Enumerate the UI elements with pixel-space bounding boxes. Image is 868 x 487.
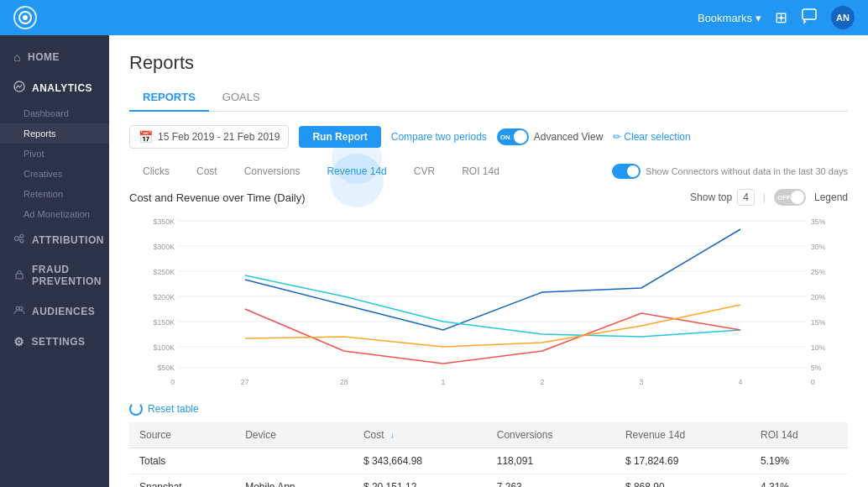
grid-icon[interactable]: ⊞ [775, 8, 787, 27]
svg-text:28: 28 [340, 378, 348, 386]
metric-roi14d[interactable]: ROI 14d [448, 160, 513, 182]
svg-text:February: February [232, 387, 258, 389]
sidebar-sub-pivot[interactable]: Pivot [0, 144, 109, 164]
sidebar-sub-retention[interactable]: Retention [0, 184, 109, 204]
table-row: Totals $ 343,664.98 118,091 $ 17,824.69 … [129, 448, 848, 474]
date-range-picker[interactable]: 📅 15 Feb 2019 - 21 Feb 2019 [129, 125, 289, 149]
svg-text:20%: 20% [811, 293, 826, 301]
sidebar: ⌂ HOME ANALYTICS Dashboard Reports Pivot… [0, 35, 109, 487]
cell-device [235, 448, 353, 474]
user-avatar[interactable]: AN [831, 6, 855, 29]
cell-revenue14d: $ 868.90 [615, 474, 750, 488]
main-layout: ⌂ HOME ANALYTICS Dashboard Reports Pivot… [0, 35, 868, 487]
col-conversions[interactable]: Conversions [487, 422, 615, 448]
svg-text:$150K: $150K [154, 318, 175, 327]
bookmarks-button[interactable]: Bookmarks ▾ [698, 12, 761, 24]
legend-button[interactable]: Legend [814, 191, 848, 203]
app-logo[interactable] [13, 6, 37, 29]
svg-point-1 [23, 15, 28, 20]
col-device[interactable]: Device [235, 422, 353, 448]
metric-tabs: Clicks Cost Conversions Revenue 14d CVR … [129, 160, 612, 182]
metric-clicks[interactable]: Clicks [129, 160, 183, 182]
cell-source: Snapchat [129, 474, 235, 488]
cell-conversions: 7,263 [487, 474, 615, 488]
svg-text:0: 0 [811, 378, 815, 386]
svg-text:$50K: $50K [157, 364, 175, 372]
svg-point-11 [19, 306, 23, 310]
nav-left [13, 6, 37, 29]
metrics-row: Clicks Cost Conversions Revenue 14d CVR … [129, 160, 848, 182]
sidebar-sub-ad-monetization[interactable]: Ad Monetization [0, 204, 109, 224]
svg-text:March: March [434, 387, 452, 389]
chat-icon[interactable] [801, 8, 818, 29]
col-cost[interactable]: Cost ↓ [353, 422, 487, 448]
metric-cvr[interactable]: CVR [400, 160, 448, 182]
svg-text:25%: 25% [811, 268, 826, 276]
col-revenue14d[interactable]: Revenue 14d [615, 422, 750, 448]
metric-conversions[interactable]: Conversions [231, 160, 314, 182]
table-section: Reset table Source Device Cost ↓ Convers… [129, 402, 848, 487]
sort-icon: ↓ [390, 431, 395, 440]
legend-toggle[interactable]: OFF [774, 189, 806, 206]
attribution-icon [13, 233, 25, 247]
cell-roi14d: 5.19% [750, 448, 848, 474]
top-navigation: Bookmarks ▾ ⊞ AN [0, 0, 868, 35]
settings-icon: ⚙ [13, 335, 25, 348]
svg-text:35%: 35% [811, 217, 826, 226]
home-icon: ⌂ [13, 50, 21, 64]
sidebar-item-attribution[interactable]: ATTRIBUTION [0, 224, 109, 255]
nav-right: Bookmarks ▾ ⊞ AN [698, 6, 855, 29]
svg-text:5%: 5% [811, 364, 822, 372]
sidebar-sub-reports[interactable]: Reports [0, 123, 109, 144]
connectors-toggle-knob [627, 165, 639, 177]
advanced-view-label: Advanced View [534, 131, 604, 143]
col-roi14d[interactable]: ROI 14d [750, 422, 848, 448]
svg-text:$350K: $350K [154, 217, 175, 226]
sidebar-sub-creatives[interactable]: Creatives [0, 164, 109, 184]
sidebar-sub-dashboard[interactable]: Dashboard [0, 103, 109, 123]
metric-revenue14d[interactable]: Revenue 14d [313, 160, 400, 182]
tab-reports[interactable]: REPORTS [129, 84, 209, 112]
content-area: Reports REPORTS GOALS 📅 15 Feb 2019 - 21… [109, 35, 868, 487]
cell-revenue14d: $ 17,824.69 [615, 448, 750, 474]
sidebar-item-audiences[interactable]: AUDIENCES [0, 296, 109, 327]
sidebar-item-settings[interactable]: ⚙ SETTINGS [0, 327, 109, 357]
compare-button[interactable]: Compare two periods [391, 131, 487, 143]
sidebar-item-fraud[interactable]: FRAUD PREVENTION [0, 255, 109, 296]
data-table: Source Device Cost ↓ Conversions Revenue… [129, 422, 848, 487]
toolbar: 📅 15 Feb 2019 - 21 Feb 2019 Run Report C… [129, 125, 848, 149]
sidebar-item-home[interactable]: ⌂ HOME [0, 42, 109, 72]
advanced-view-toggle[interactable]: ON [497, 128, 529, 145]
fraud-icon [13, 269, 25, 283]
toggle-off-knob [791, 191, 804, 204]
cell-device: Mobile App [235, 474, 353, 488]
svg-text:1: 1 [441, 378, 445, 386]
metric-cost[interactable]: Cost [183, 160, 231, 182]
chevron-down-icon: ▾ [756, 12, 761, 24]
chart-section: Cost and Revenue over Time (Daily) Show … [129, 189, 848, 389]
chart-container: $350K $300K $250K $200K $150K $100K $50K… [129, 212, 848, 389]
sidebar-item-analytics[interactable]: ANALYTICS [0, 72, 109, 103]
off-label: OFF [777, 194, 791, 202]
chart-title: Cost and Revenue over Time (Daily) [129, 191, 306, 204]
svg-text:0: 0 [170, 378, 175, 386]
col-source[interactable]: Source [129, 422, 235, 448]
cell-roi14d: 4.31% [750, 474, 848, 488]
connectors-toggle-group: Show Connectors without data in the last… [612, 164, 848, 179]
svg-text:$200K: $200K [154, 293, 175, 301]
svg-text:$250K: $250K [154, 268, 175, 276]
connectors-toggle[interactable] [612, 164, 641, 179]
svg-text:$100K: $100K [154, 343, 175, 352]
table-header-row: Reset table [129, 402, 848, 416]
show-top-number[interactable]: 4 [737, 189, 755, 206]
svg-text:3: 3 [640, 378, 644, 386]
cell-cost: $ 20,151.12 [353, 474, 487, 488]
reset-table-button[interactable]: Reset table [129, 402, 199, 416]
clear-selection-button[interactable]: ✏ Clear selection [613, 131, 690, 143]
cell-source: Totals [129, 448, 235, 474]
tab-goals[interactable]: GOALS [209, 84, 274, 112]
divider: | [763, 191, 766, 203]
show-top-control: Show top 4 [690, 189, 755, 206]
chart-controls: Show top 4 | OFF Legend [690, 189, 848, 206]
calendar-icon: 📅 [139, 130, 153, 144]
